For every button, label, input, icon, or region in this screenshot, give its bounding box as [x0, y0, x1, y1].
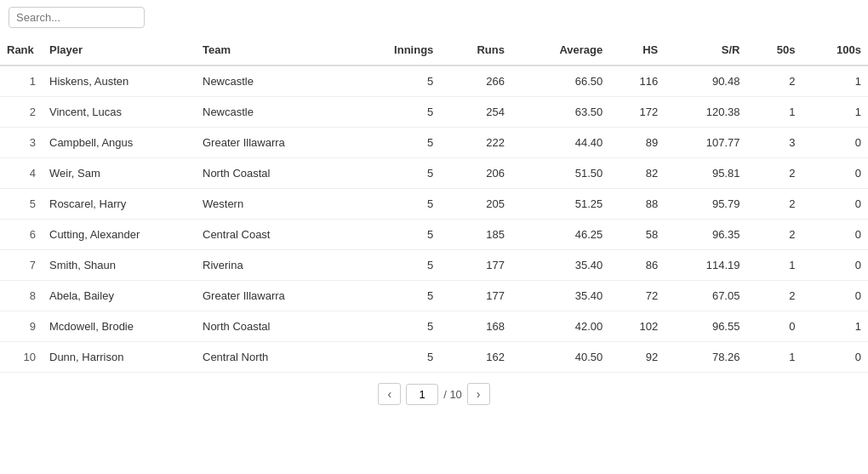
cell-sr: 114.19	[665, 250, 746, 281]
table-row: 6Cutting, AlexanderCentral Coast518546.2…	[0, 220, 868, 250]
col-runs: Runs	[440, 35, 511, 66]
cell-sr: 96.35	[665, 220, 746, 250]
cell-100s: 0	[802, 250, 868, 281]
next-button[interactable]: ›	[467, 383, 490, 405]
cell-team: North Coastal	[196, 311, 349, 342]
col-player: Player	[43, 35, 196, 66]
cell-100s: 1	[802, 311, 868, 342]
cell-average: 51.25	[511, 189, 609, 220]
cell-50s: 0	[746, 311, 802, 342]
cell-innings: 5	[349, 220, 440, 250]
cell-average: 35.40	[511, 250, 609, 281]
cell-hs: 92	[609, 342, 665, 373]
cell-average: 51.50	[511, 158, 609, 189]
search-container	[0, 0, 868, 35]
col-innings: Innings	[349, 35, 440, 66]
cell-average: 40.50	[511, 342, 609, 373]
cell-100s: 0	[802, 220, 868, 250]
cell-rank: 10	[0, 342, 43, 373]
cell-player: Abela, Bailey	[43, 281, 196, 311]
cell-team: Central Coast	[196, 220, 349, 250]
cell-100s: 0	[802, 342, 868, 373]
cell-runs: 222	[440, 128, 511, 158]
table-row: 3Campbell, AngusGreater Illawarra522244.…	[0, 128, 868, 158]
table-row: 8Abela, BaileyGreater Illawarra517735.40…	[0, 281, 868, 311]
col-50s: 50s	[746, 35, 802, 66]
cell-player: Vincent, Lucas	[43, 97, 196, 128]
table-header: Rank Player Team Innings Runs Average HS…	[0, 35, 868, 66]
cell-innings: 5	[349, 189, 440, 220]
prev-button[interactable]: ‹	[378, 383, 401, 405]
table-row: 5Roscarel, HarryWestern520551.258895.792…	[0, 189, 868, 220]
table-row: 2Vincent, LucasNewcastle525463.50172120.…	[0, 97, 868, 128]
cell-team: Western	[196, 189, 349, 220]
cell-sr: 95.81	[665, 158, 746, 189]
page-total: / 10	[443, 388, 462, 401]
cell-hs: 89	[609, 128, 665, 158]
cell-average: 66.50	[511, 66, 609, 97]
cell-player: Dunn, Harrison	[43, 342, 196, 373]
cell-average: 63.50	[511, 97, 609, 128]
cell-hs: 82	[609, 158, 665, 189]
cell-sr: 95.79	[665, 189, 746, 220]
table-row: 9Mcdowell, BrodieNorth Coastal516842.001…	[0, 311, 868, 342]
cell-innings: 5	[349, 281, 440, 311]
cell-50s: 2	[746, 158, 802, 189]
cell-hs: 58	[609, 220, 665, 250]
cell-innings: 5	[349, 97, 440, 128]
cell-average: 46.25	[511, 220, 609, 250]
table-body: 1Hiskens, AustenNewcastle526666.5011690.…	[0, 66, 868, 373]
cell-100s: 0	[802, 128, 868, 158]
cell-player: Smith, Shaun	[43, 250, 196, 281]
cell-player: Hiskens, Austen	[43, 66, 196, 97]
cell-sr: 120.38	[665, 97, 746, 128]
cell-50s: 2	[746, 281, 802, 311]
cell-team: Greater Illawarra	[196, 128, 349, 158]
cell-rank: 9	[0, 311, 43, 342]
cell-player: Mcdowell, Brodie	[43, 311, 196, 342]
cell-50s: 3	[746, 128, 802, 158]
stats-table: Rank Player Team Innings Runs Average HS…	[0, 35, 868, 373]
cell-rank: 8	[0, 281, 43, 311]
cell-50s: 1	[746, 342, 802, 373]
cell-runs: 177	[440, 281, 511, 311]
cell-player: Roscarel, Harry	[43, 189, 196, 220]
cell-average: 42.00	[511, 311, 609, 342]
cell-hs: 86	[609, 250, 665, 281]
cell-innings: 5	[349, 311, 440, 342]
page-input[interactable]	[406, 384, 438, 405]
cell-rank: 7	[0, 250, 43, 281]
cell-50s: 2	[746, 189, 802, 220]
cell-runs: 162	[440, 342, 511, 373]
cell-hs: 102	[609, 311, 665, 342]
cell-runs: 168	[440, 311, 511, 342]
col-hs: HS	[609, 35, 665, 66]
col-100s: 100s	[802, 35, 868, 66]
cell-100s: 0	[802, 281, 868, 311]
search-input[interactable]	[9, 7, 145, 28]
col-sr: S/R	[665, 35, 746, 66]
cell-100s: 0	[802, 189, 868, 220]
col-team: Team	[196, 35, 349, 66]
cell-runs: 206	[440, 158, 511, 189]
cell-team: Newcastle	[196, 97, 349, 128]
cell-50s: 2	[746, 66, 802, 97]
cell-average: 35.40	[511, 281, 609, 311]
col-rank: Rank	[0, 35, 43, 66]
table-row: 10Dunn, HarrisonCentral North516240.5092…	[0, 342, 868, 373]
table-row: 7Smith, ShaunRiverina517735.4086114.1910	[0, 250, 868, 281]
cell-50s: 1	[746, 97, 802, 128]
cell-hs: 72	[609, 281, 665, 311]
cell-team: Newcastle	[196, 66, 349, 97]
cell-sr: 107.77	[665, 128, 746, 158]
cell-rank: 6	[0, 220, 43, 250]
cell-100s: 1	[802, 66, 868, 97]
cell-sr: 96.55	[665, 311, 746, 342]
cell-100s: 0	[802, 158, 868, 189]
cell-100s: 1	[802, 97, 868, 128]
cell-team: North Coastal	[196, 158, 349, 189]
cell-hs: 172	[609, 97, 665, 128]
cell-runs: 266	[440, 66, 511, 97]
cell-innings: 5	[349, 66, 440, 97]
cell-average: 44.40	[511, 128, 609, 158]
